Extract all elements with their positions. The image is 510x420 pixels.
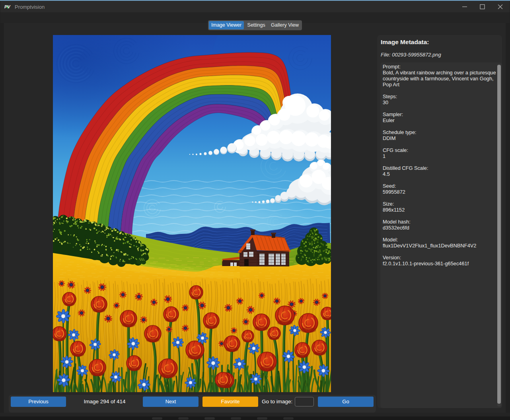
svg-text:PV: PV xyxy=(4,4,11,9)
